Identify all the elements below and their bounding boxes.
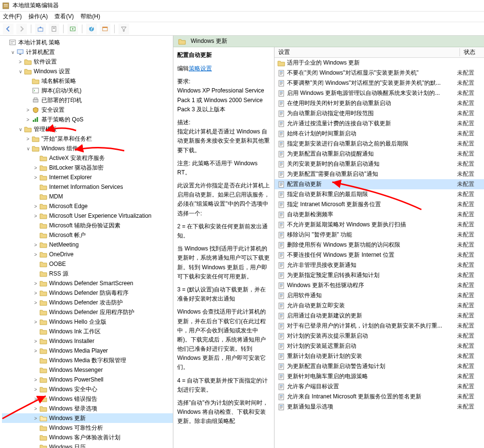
setting-row[interactable]: 允许通过按流量计费的连接自动下载更新未配置 — [275, 119, 484, 129]
up-button[interactable] — [35, 24, 46, 34]
setting-row[interactable]: 指定更新安装进行自动重新启动之前的最后期限未配置 — [275, 139, 484, 149]
setting-row[interactable]: 指定自动更新和重启的最后期限未配置 — [275, 189, 484, 199]
setting-row[interactable]: 不要调整"关闭 Windows"对话框里的"安装更新并关机"的默...未配置 — [275, 78, 484, 88]
setting-row[interactable]: 始终在计划的时间重新启动未配置 — [275, 129, 484, 139]
tree-item[interactable]: >OneDrive — [2, 250, 173, 259]
setting-row[interactable]: 关闭安装更新时的自动重新启动通知未配置 — [275, 159, 484, 169]
setting-row[interactable]: 适用于企业的 Windows 更新 — [275, 58, 484, 68]
col-state[interactable]: 状态 — [460, 48, 484, 56]
tree-item[interactable]: >Windows 登录选项 — [2, 404, 173, 413]
setting-row[interactable]: 对计划的安装延迟重新启动未配置 — [275, 341, 484, 351]
menu-help[interactable]: 帮助(H) — [80, 13, 100, 21]
forward-button[interactable] — [16, 24, 27, 34]
tree-item[interactable]: >Internet Explorer — [2, 172, 173, 182]
tree-toggle[interactable]: > — [33, 204, 39, 209]
setting-row[interactable]: 允许自动更新立即安装未配置 — [275, 301, 484, 311]
tree-toggle[interactable]: ∨ — [25, 146, 31, 151]
export-button[interactable] — [67, 24, 78, 34]
tree-toggle[interactable]: > — [33, 406, 39, 411]
tree-toggle[interactable]: > — [33, 319, 39, 325]
setting-row[interactable]: 允许来自 Intranet Microsoft 更新服务位置的签名更新未配置 — [275, 392, 484, 402]
tree-toggle[interactable]: > — [33, 175, 39, 180]
setting-row[interactable]: 删除使用所有 Windows 更新功能的访问权限未配置 — [275, 240, 484, 250]
tree-toggle[interactable]: > — [25, 107, 31, 113]
tree-item[interactable]: Microsoft 辅助身份验证因素 — [2, 221, 173, 230]
tree-windows-components[interactable]: ∨Windows 组件 — [2, 144, 173, 153]
tree-item[interactable]: >Microsoft Edge — [2, 201, 173, 211]
tree-item[interactable]: >Windows 错误报告 — [2, 394, 173, 404]
tree-start-taskbar[interactable]: >"开始"菜单和任务栏 — [2, 134, 173, 144]
setting-row[interactable]: 更新针对电脑车重启的电源策略未配置 — [275, 371, 484, 382]
tree-item[interactable]: Windows Defender 应用程序防护 — [2, 307, 173, 317]
setting-row[interactable]: 移除访问 "暂停更新" 功能未配置 — [275, 230, 484, 240]
setting-row[interactable]: 为自动重新启动指定使用时段范围未配置 — [275, 108, 484, 119]
tree-item[interactable]: Windows Messenger — [2, 365, 173, 375]
tree-toggle[interactable]: > — [33, 348, 39, 354]
setting-row[interactable]: 不要连接任何 Windows 更新 Internet 位置未配置 — [275, 250, 484, 260]
setting-row[interactable]: 为更新指定预定重启转换和通知计划未配置 — [275, 270, 484, 280]
tree-scripts[interactable]: 脚本(启动/关机) — [2, 86, 173, 95]
tree-admin-templates[interactable]: ∨管理模板 — [2, 124, 173, 134]
setting-row[interactable]: 在使用时段关闭针对更新的自动重新启动未配置 — [275, 98, 484, 108]
tree-item[interactable]: Windows Media 数字权限管理 — [2, 356, 173, 365]
filter-button[interactable] — [118, 24, 129, 34]
tree-item[interactable]: >Windows Hello 企业版 — [2, 317, 173, 327]
setting-row[interactable]: 重新计划自动更新计划的安装未配置 — [275, 351, 484, 361]
setting-row[interactable]: 对计划的安装再次提示重新启动未配置 — [275, 331, 484, 341]
tree-toggle[interactable]: > — [33, 252, 39, 257]
tree-item[interactable]: Windows 日历 — [2, 442, 173, 448]
setting-row[interactable]: 启用 Windows 更新电源管理以自动唤醒系统来安装计划的...未配置 — [275, 88, 484, 98]
tree-item[interactable]: Windows Ink 工作区 — [2, 327, 173, 336]
setting-row[interactable]: 更新通知显示选项未配置 — [275, 402, 484, 412]
tree-computer-config[interactable]: ∨计算机配置 — [2, 47, 173, 57]
tree-item[interactable]: >Windows 更新 — [2, 413, 173, 423]
tree-windows-settings[interactable]: ∨Windows 设置 — [2, 66, 173, 76]
tree-toggle[interactable]: > — [33, 165, 39, 171]
tree-item[interactable]: >Windows Media Player — [2, 346, 173, 356]
edit-policy-link[interactable]: 策略设置 — [189, 65, 212, 72]
tree-item[interactable]: Windows 客户体验改善计划 — [2, 433, 173, 442]
setting-row[interactable]: 自动更新检测频率未配置 — [275, 210, 484, 220]
menu-view[interactable]: 查看(V) — [54, 13, 74, 21]
tree-toggle[interactable]: ∨ — [17, 127, 23, 132]
col-setting[interactable]: 设置 — [275, 48, 460, 56]
tree-item[interactable]: >Windows Defender 防病毒程序 — [2, 288, 173, 298]
tree-toggle[interactable]: > — [33, 213, 39, 219]
setting-row[interactable]: 允许非管理员接收更新通知未配置 — [275, 260, 484, 270]
tree-item[interactable]: OOBE — [2, 259, 173, 269]
tree-root[interactable]: 本地计算机 策略 — [2, 38, 173, 47]
tree-dns-policy[interactable]: 域名解析策略 — [2, 76, 173, 86]
help-button[interactable]: ? — [86, 24, 97, 34]
tree-security[interactable]: >安全设置 — [2, 105, 173, 115]
tree-toggle[interactable]: > — [25, 136, 31, 142]
setting-row[interactable]: 允许客户端目标设置未配置 — [275, 382, 484, 392]
tree-item[interactable]: Windows 可靠性分析 — [2, 423, 173, 433]
tree-item[interactable]: >BitLocker 驱动器加密 — [2, 163, 173, 172]
tree-item[interactable]: >Windows Defender 攻击防护 — [2, 298, 173, 307]
show-hide-button[interactable] — [100, 24, 110, 34]
tree-toggle[interactable]: > — [33, 416, 39, 421]
properties-button[interactable] — [49, 24, 59, 34]
tree-software-settings[interactable]: >软件设置 — [2, 57, 173, 66]
tree-toggle[interactable]: ∨ — [17, 69, 23, 74]
tree-item[interactable]: >NetMeeting — [2, 240, 173, 250]
tree-item[interactable]: MDM — [2, 192, 173, 201]
setting-row[interactable]: 不允许更新延期策略对 Windows 更新执行扫描未配置 — [275, 220, 484, 230]
tree-toggle[interactable]: > — [33, 396, 39, 402]
setting-row[interactable]: 启用软件通知未配置 — [275, 290, 484, 301]
setting-row[interactable]: 为更新配置自动重新启动提醒通知未配置 — [275, 149, 484, 159]
tree-toggle[interactable]: > — [33, 339, 39, 344]
tree-toggle[interactable]: > — [33, 281, 39, 286]
back-button[interactable] — [3, 24, 13, 34]
setting-row[interactable]: 为更新配置"需要自动重新启动"通知未配置 — [275, 169, 484, 179]
menu-action[interactable]: 操作(A) — [28, 13, 48, 21]
setting-row[interactable]: 指定 Intranet Microsoft 更新服务位置未配置 — [275, 199, 484, 210]
tree-printers[interactable]: 已部署的打印机 — [2, 95, 173, 105]
tree-toggle[interactable]: > — [33, 242, 39, 248]
tree-item[interactable]: >Microsoft User Experience Virtualizatio… — [2, 211, 173, 221]
tree-item[interactable]: RSS 源 — [2, 269, 173, 278]
tree-toggle[interactable]: > — [33, 290, 39, 296]
setting-row[interactable]: 对于有已登录用户的计算机，计划的自动更新安装不执行重...未配置 — [275, 321, 484, 331]
settings-list[interactable]: 适用于企业的 Windows 更新不要在"关闭 Windows"对话框显示"安装… — [275, 58, 484, 448]
tree-toggle[interactable]: > — [17, 59, 23, 65]
